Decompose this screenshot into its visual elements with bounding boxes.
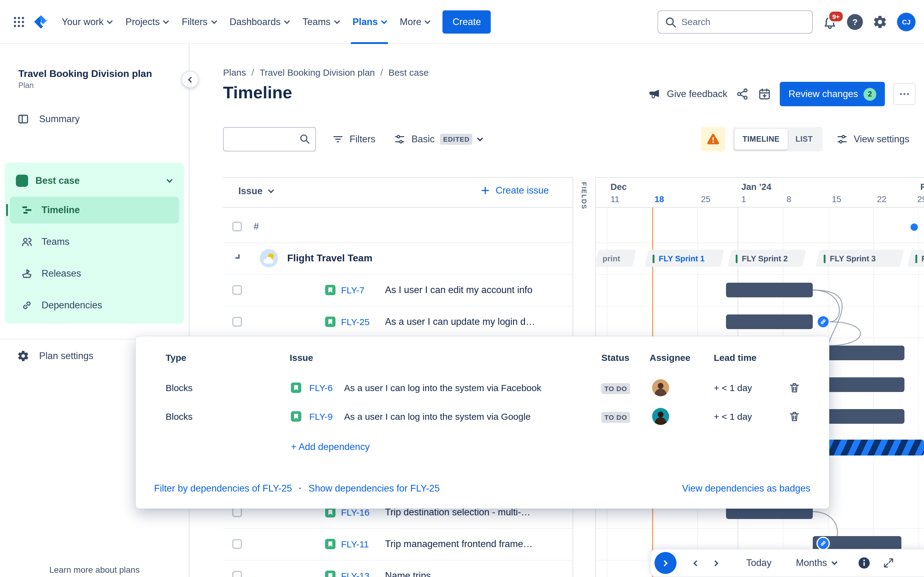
sidebar-item-teams[interactable]: Teams <box>10 228 179 255</box>
share-button[interactable] <box>736 87 750 101</box>
story-icon <box>325 507 336 517</box>
tab-list[interactable]: LIST <box>787 129 821 150</box>
add-dependency-button[interactable]: + Add dependency <box>291 442 370 453</box>
notifications-button[interactable]: 9+ <box>822 15 837 29</box>
delete-dependency-button[interactable] <box>788 410 801 422</box>
team-group-row[interactable]: Flight Travel Team <box>223 242 573 274</box>
issue-row-fly25[interactable]: FLY-25 As a user I can update my login d… <box>223 306 573 338</box>
sidebar-item-dependencies[interactable]: Dependencies <box>10 292 179 319</box>
row-checkbox[interactable] <box>232 285 242 295</box>
user-avatar[interactable]: CJ <box>897 13 916 31</box>
release-marker-dot[interactable] <box>911 224 918 231</box>
sprint-label: FLY Sprin <box>922 254 924 263</box>
issue-key-link[interactable]: FLY-6 <box>309 382 333 393</box>
sprint-ribbon-fly-sprint-4[interactable]: FLY Sprin <box>907 250 924 267</box>
row-checkbox[interactable] <box>232 508 242 517</box>
chevron-down-icon <box>477 135 483 141</box>
issue-row-fly13[interactable]: FLY-13 Name trips <box>223 560 573 577</box>
filters-button[interactable]: Filters <box>326 127 381 152</box>
fields-label: FIELDS <box>581 182 588 210</box>
chevron-down-icon <box>163 18 169 24</box>
notification-badge: 9+ <box>828 10 844 22</box>
issue-key-link[interactable]: FLY-25 <box>341 317 370 327</box>
row-checkbox[interactable] <box>232 222 242 231</box>
issue-row-fly11[interactable]: FLY-11 Trip management frontend frame… <box>223 528 573 560</box>
breadcrumb-plans[interactable]: Plans <box>223 67 246 77</box>
sidebar-item-timeline[interactable]: Timeline <box>10 197 179 224</box>
issue-column-header[interactable]: Issue <box>238 185 273 197</box>
issue-row-fly7[interactable]: FLY-7 As I user I can edit my account in… <box>223 274 573 306</box>
tab-timeline[interactable]: TIMELINE <box>735 129 787 150</box>
breadcrumb-scenario[interactable]: Best case <box>388 67 429 77</box>
nav-filters[interactable]: Filters <box>175 0 223 44</box>
give-feedback-button[interactable]: Give feedback <box>648 87 727 101</box>
settings-button[interactable] <box>873 15 887 29</box>
delete-dependency-button[interactable] <box>788 381 801 393</box>
assignee-avatar[interactable] <box>652 408 669 425</box>
dependency-link-icon[interactable] <box>816 315 830 329</box>
row-checkbox[interactable] <box>232 539 242 549</box>
sprint-ribbon-fly-sprint-2[interactable]: FLY Sprint 2 <box>727 250 806 267</box>
breadcrumb-separator: / <box>252 67 254 77</box>
schedule-bar-fly25[interactable] <box>726 314 813 329</box>
sprint-ribbon[interactable]: print <box>594 250 636 267</box>
sidebar-item-summary[interactable]: Summary <box>0 106 189 132</box>
assignee-avatar[interactable] <box>652 379 669 396</box>
scroll-left-button[interactable] <box>686 554 704 572</box>
zoom-level-dropdown[interactable]: Months <box>796 558 837 569</box>
filter-icon <box>332 133 344 145</box>
sprint-ribbon-fly-sprint-1[interactable]: FLY Sprint 1 <box>645 250 724 267</box>
basic-view-button[interactable]: Basic EDITED <box>388 127 489 152</box>
status-badge[interactable]: TO DO <box>601 411 630 421</box>
issue-summary: As a user I can log into the system via … <box>344 411 530 421</box>
jira-logo[interactable] <box>33 14 49 30</box>
status-badge[interactable]: TO DO <box>601 382 630 393</box>
view-settings-button[interactable]: View settings <box>830 127 916 152</box>
review-changes-button[interactable]: Review changes 2 <box>780 82 885 106</box>
create-issue-button[interactable]: Create issue <box>480 185 549 196</box>
dependency-link-icon[interactable] <box>816 537 830 550</box>
nav-your-work[interactable]: Your work <box>55 0 119 44</box>
nav-dashboards[interactable]: Dashboards <box>223 0 296 44</box>
chevron-down-icon[interactable] <box>235 254 239 259</box>
issue-key-link[interactable]: FLY-11 <box>341 539 369 549</box>
schedule-bar-fly7[interactable] <box>726 283 813 297</box>
nav-more[interactable]: More <box>393 0 437 44</box>
chevron-down-icon <box>211 18 217 24</box>
scroll-right-button[interactable] <box>707 554 725 572</box>
row-checkbox[interactable] <box>232 571 242 577</box>
app-switcher-button[interactable] <box>8 11 29 32</box>
view-dependencies-as-badges-link[interactable]: View dependencies as badges <box>682 483 810 494</box>
row-checkbox[interactable] <box>232 317 242 327</box>
sidebar-item-label: Timeline <box>42 205 80 216</box>
fullscreen-button[interactable] <box>879 554 898 572</box>
scenario-selector[interactable]: Best case <box>10 167 179 194</box>
help-button[interactable]: ? <box>847 14 863 30</box>
sidebar-collapse-button[interactable] <box>181 71 199 88</box>
chevron-left-icon <box>188 76 194 82</box>
info-button[interactable] <box>855 554 873 572</box>
expand-panel-button[interactable] <box>654 552 677 574</box>
show-dependencies-link[interactable]: Show dependencies for FLY-25 <box>309 483 440 494</box>
nav-projects[interactable]: Projects <box>119 0 175 44</box>
issue-key-link[interactable]: FLY-7 <box>341 285 365 295</box>
story-icon <box>325 285 336 295</box>
global-search-input[interactable] <box>657 10 813 33</box>
filter-by-dependencies-link[interactable]: Filter by dependencies of FLY-25 <box>154 483 292 494</box>
create-button[interactable]: Create <box>443 10 491 33</box>
nav-plans[interactable]: Plans <box>346 0 393 44</box>
more-actions-button[interactable] <box>893 83 916 105</box>
sprint-ribbon-fly-sprint-3[interactable]: FLY Sprint 3 <box>816 250 904 267</box>
export-calendar-button[interactable] <box>758 87 772 101</box>
sidebar-item-releases[interactable]: Releases <box>10 260 179 287</box>
learn-more-link[interactable]: Learn more about plans <box>0 565 189 575</box>
breadcrumb-plan[interactable]: Travel Booking Division plan <box>259 67 375 77</box>
today-button[interactable]: Today <box>746 558 772 569</box>
issue-key-link[interactable]: FLY-9 <box>309 411 333 421</box>
issue-key-link[interactable]: FLY-16 <box>341 507 370 517</box>
nav-right-cluster: 9+ ? CJ <box>657 10 916 33</box>
warnings-button[interactable] <box>701 127 725 152</box>
issue-key-link[interactable]: FLY-13 <box>341 571 370 577</box>
dependencies-popup: Type Issue Status Assignee Lead time Blo… <box>136 337 829 509</box>
nav-teams[interactable]: Teams <box>296 0 346 44</box>
